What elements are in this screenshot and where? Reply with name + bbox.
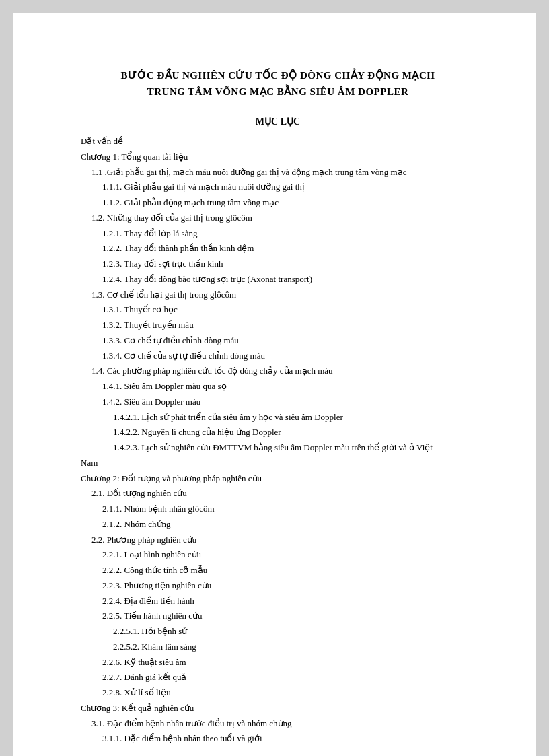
toc-item: 1.3.3. Cơ chế tự điều chỉnh dòng máu xyxy=(102,333,475,349)
toc-item: 2.2.3. Phương tiện nghiên cứu xyxy=(102,578,475,594)
page: BƯỚC ĐẦU NGHIÊN CỨU TỐC ĐỘ DÒNG CHẢY ĐỘN… xyxy=(13,13,536,756)
title-line-2: TRUNG TÂM VÕNG MẠC BẰNG SIÊU ÂM DOPPLER xyxy=(81,83,475,100)
toc-item: 2.1.1. Nhóm bệnh nhân glôcôm xyxy=(102,502,475,517)
toc-item: Đặt vấn đề xyxy=(81,134,475,149)
title-line-1: BƯỚC ĐẦU NGHIÊN CỨU TỐC ĐỘ DÒNG CHẢY ĐỘN… xyxy=(81,67,475,83)
toc-item: 1.4.2.3. Lịch sử nghiên cứu ĐMTTVM bằng … xyxy=(113,440,475,456)
toc-item: 1.1 .Giải phẫu gai thị, mạch máu nuôi dư… xyxy=(92,165,475,180)
toc-item: 2.2.1. Loại hình nghiên cứu xyxy=(102,547,475,563)
toc-item: 2.2. Phương pháp nghiên cứu xyxy=(92,532,475,548)
toc-item: 2.2.5.1. Hỏi bệnh sử xyxy=(113,624,475,640)
toc-item: Chương 2: Đối tượng và phương pháp nghiê… xyxy=(81,471,475,487)
toc-item: 2.2.5.2. Khám lâm sàng xyxy=(113,640,475,655)
toc-item: 1.4.1. Siêu âm Doppler màu qua sọ xyxy=(102,379,475,394)
toc-item: 2.1.2. Nhóm chứng xyxy=(102,517,475,532)
toc-item: 1.4. Các phường pháp nghiên cứu tốc độ d… xyxy=(92,364,475,379)
toc-item: 1.4.2.2. Nguyên lí chung của hiệu ứng Do… xyxy=(113,425,475,440)
toc-item: 1.3.2. Thuyết truyền máu xyxy=(102,318,475,333)
title-block: BƯỚC ĐẦU NGHIÊN CỨU TỐC ĐỘ DÒNG CHẢY ĐỘN… xyxy=(81,67,475,100)
toc-item: 1.3.4. Cơ chế của sự tự điều chỉnh dòng … xyxy=(102,349,475,364)
toc-item: 1.2.1. Thay đổi lớp lá sàng xyxy=(102,226,475,242)
toc-item: 3.1.1. Đặc điểm bệnh nhân theo tuổi và g… xyxy=(102,731,475,747)
toc-item: 1.1.1. Giải phẫu gai thị và mạch máu nuô… xyxy=(102,180,475,195)
toc-item: 1.2. Những thay đổi của gai thị trong gl… xyxy=(92,211,475,226)
toc-item: 1.1.2. Giải phẫu động mạch trung tâm võn… xyxy=(102,195,475,211)
toc-item: 2.2.5. Tiến hành nghiên cứu xyxy=(102,609,475,624)
toc-container: Đặt vấn đềChương 1: Tổng quan tài liệu1.… xyxy=(81,134,475,747)
toc-item: Chương 3: Kết quả nghiên cứu xyxy=(81,701,475,716)
toc-item: 1.3.1. Thuyết cơ học xyxy=(102,302,475,318)
toc-item: 1.2.3. Thay đổi sợi trục thần kinh xyxy=(102,256,475,272)
toc-item: 2.2.2. Công thức tính cỡ mẫu xyxy=(102,563,475,578)
toc-item: 2.2.8. Xử lí số liệu xyxy=(102,685,475,701)
toc-item: 2.2.7. Đánh giá kết quả xyxy=(102,670,475,685)
toc-item: 1.2.2. Thay đổi thành phần thần kinh đệm xyxy=(102,241,475,256)
toc-item: 2.1. Đối tượng nghiên cứu xyxy=(92,486,475,502)
toc-item: 2.2.4. Địa điểm tiến hành xyxy=(102,594,475,609)
toc-item: 1.2.4. Thay đổi dòng bào tương sợi trục … xyxy=(102,272,475,287)
toc-item: 3.1. Đặc điểm bệnh nhân trước điều trị v… xyxy=(92,716,475,732)
toc-item: 1.4.2.1. Lịch sử phát triển của siêu âm … xyxy=(113,410,475,425)
toc-heading: MỤC LỤC xyxy=(81,116,475,127)
toc-item: Nam xyxy=(81,456,475,471)
toc-item: 1.3. Cơ chế tổn hại gai thị trong glôcôm xyxy=(92,287,475,303)
toc-item: Chương 1: Tổng quan tài liệu xyxy=(81,149,475,165)
toc-item: 1.4.2. Siêu âm Doppler màu xyxy=(102,394,475,410)
toc-item: 2.2.6. Kỹ thuật siêu âm xyxy=(102,655,475,671)
